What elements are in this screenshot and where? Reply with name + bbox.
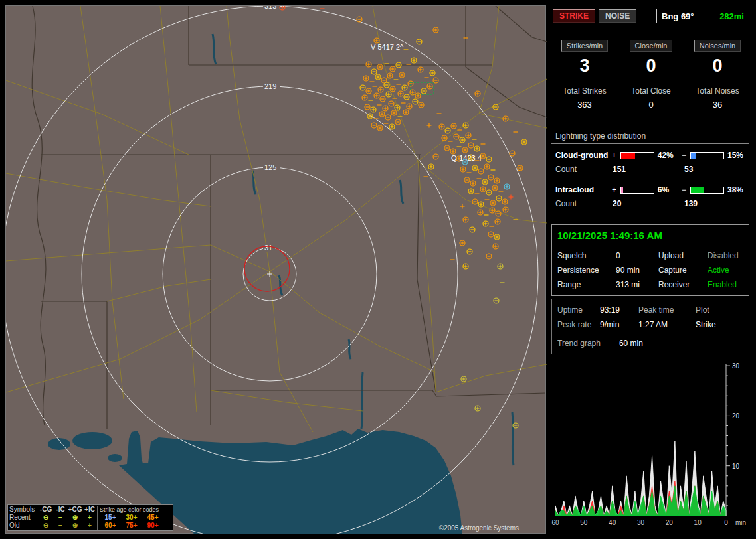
ring-distance-label: 313: [264, 6, 276, 10]
strike-symbol: [495, 219, 500, 224]
strike-symbol: [365, 104, 370, 110]
strike-symbol: [362, 95, 367, 100]
trend-x-tick-label: 10: [694, 519, 702, 526]
close-per-min-button[interactable]: Close/min: [630, 40, 673, 52]
ring-distance-label: 125: [264, 163, 276, 171]
strikes-rate-column: Strikes/min 3 Total Strikes 363: [551, 40, 618, 110]
strike-symbol: [494, 178, 500, 183]
strike-symbol: [389, 124, 395, 129]
strike-symbol: [450, 149, 456, 154]
strike-symbol: [386, 92, 391, 97]
strike-symbol: [502, 199, 508, 204]
map-center-marker: [267, 271, 272, 277]
persistence-value: 90 min: [616, 266, 658, 275]
plus-sign: +: [610, 151, 619, 160]
strike-symbol: [460, 204, 465, 209]
strike-symbol: [402, 85, 407, 90]
legend-age-values: 60+75+90+: [97, 522, 171, 530]
plot-label: Plot: [696, 305, 743, 315]
strike-symbol: [419, 102, 424, 108]
strike-symbol: [366, 88, 371, 94]
strike-symbol: [490, 200, 496, 206]
strike-symbol: [494, 234, 500, 240]
strike-symbol: [403, 110, 409, 115]
legend-symbols-title: Symbols: [9, 506, 39, 514]
legend-row: Recent⊖−⊕+15+30+45+: [9, 514, 171, 522]
strike-symbol: [486, 190, 492, 195]
strike-symbol: [467, 249, 472, 254]
strike-symbol: [444, 145, 450, 151]
ic-minus-bar: [690, 187, 724, 194]
ic-plus-bar: [620, 187, 654, 194]
total-strikes-value: 363: [577, 100, 592, 110]
strike-symbol: [428, 164, 434, 169]
legend-symbol: +: [82, 522, 97, 530]
total-close-value: 0: [648, 100, 653, 110]
strike-symbol: [521, 139, 527, 145]
strike-symbol: [483, 221, 488, 226]
squelch-label: Squelch: [557, 251, 616, 260]
total-close-label: Total Close: [631, 86, 670, 96]
strike-filter-button[interactable]: STRIKE: [553, 9, 595, 23]
ic-plus-percent: 6%: [656, 185, 680, 194]
legend-age-value: 15+: [100, 514, 121, 522]
strike-symbol: [421, 88, 426, 94]
strike-symbol: [482, 179, 488, 185]
strikes-per-min-button[interactable]: Strikes/min: [561, 40, 608, 52]
noises-per-min-button[interactable]: Noises/min: [694, 40, 741, 52]
cloud-ground-label: Cloud-ground: [555, 151, 610, 160]
filter-toolbar: STRIKE NOISE Bng 69° 282mi: [553, 8, 749, 24]
peak-time-value: 1:27 AM: [638, 320, 696, 329]
strike-symbol: [384, 82, 389, 88]
trend-x-tick-label: 50: [580, 519, 588, 526]
noise-filter-button[interactable]: NOISE: [599, 9, 636, 23]
strike-symbol: [366, 62, 371, 67]
ic-minus-percent: 38%: [726, 185, 749, 194]
strike-symbol: [430, 70, 435, 76]
strike-symbol: [496, 196, 502, 201]
lightning-map[interactable]: 31125219313 V-5417 2^Q-1423 4— Symbols-C…: [5, 5, 546, 534]
legend-header: Symbols-CG-IC+CG+ICStrike age color code…: [9, 506, 171, 514]
strike-symbol: [377, 125, 383, 131]
strike-symbol: [433, 154, 438, 159]
total-noises-value: 36: [713, 100, 722, 110]
strike-symbol: [461, 376, 466, 382]
strike-symbol: [371, 69, 377, 74]
cg-plus-bar: [620, 152, 654, 159]
legend-column-header: -CG: [39, 506, 53, 514]
strike-symbol: [433, 27, 438, 33]
datetime-settings-panel: 10/21/2025 1:49:16 AM Squelch 0 Upload D…: [551, 224, 749, 296]
strike-symbol: [460, 167, 466, 172]
strike-symbol: [498, 264, 503, 269]
legend-symbol: ⊕: [68, 522, 82, 530]
strike-symbol: [470, 227, 475, 232]
legend-column-header: +CG: [68, 506, 82, 514]
strike-symbol: [475, 91, 480, 96]
status-sidebar: STRIKE NOISE Bng 69° 282mi Strikes/min 3…: [551, 5, 751, 534]
rate-panel: Strikes/min 3 Total Strikes 363 Close/mi…: [551, 40, 751, 110]
legend-age-value: 60+: [100, 522, 121, 530]
cg-plus-count: 151: [613, 165, 684, 174]
upload-label: Upload: [658, 251, 708, 260]
strike-symbol: [407, 104, 412, 109]
bearing-panel: Bng 69° 282mi: [656, 9, 749, 23]
strike-symbol: [454, 134, 459, 139]
intracloud-row: Intracloud + 6% − 38%: [551, 183, 749, 197]
strike-symbol: [374, 93, 379, 98]
ic-plus-count: 20: [613, 199, 684, 208]
strike-symbol: [509, 195, 514, 200]
capture-status: Active: [708, 266, 743, 275]
station-label: V-5417 2^: [371, 43, 404, 51]
state-borders: [32, 6, 547, 429]
cg-minus-percent: 15%: [726, 151, 749, 160]
legend-symbol: ⊕: [68, 514, 82, 522]
strike-symbol: [493, 244, 498, 249]
legend-age-values: 15+30+45+: [97, 514, 171, 522]
strike-symbol: [413, 99, 418, 104]
ic-count-row: Count 20 139: [551, 199, 749, 208]
strike-symbol: [470, 181, 476, 186]
legend-column-header: -IC: [53, 506, 68, 514]
receiver-status: Enabled: [708, 280, 743, 289]
strike-symbol: [360, 85, 365, 90]
strike-symbol: [390, 86, 395, 92]
